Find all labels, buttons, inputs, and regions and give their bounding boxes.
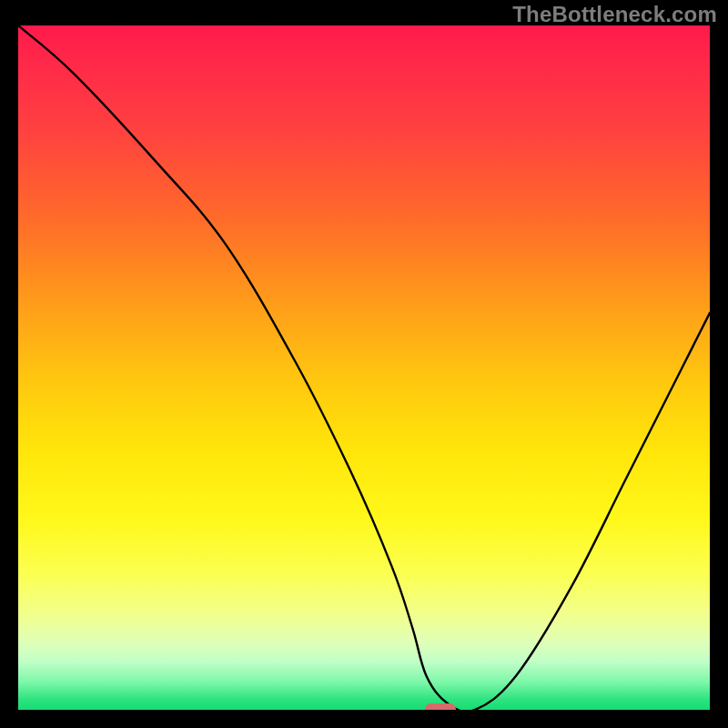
watermark-text: TheBottleneck.com (512, 2, 717, 27)
bottleneck-curve-path (18, 25, 710, 710)
curve-svg (18, 25, 710, 710)
plot-area (18, 25, 710, 710)
optimal-marker (425, 703, 456, 711)
chart-frame: TheBottleneck.com (0, 0, 728, 728)
